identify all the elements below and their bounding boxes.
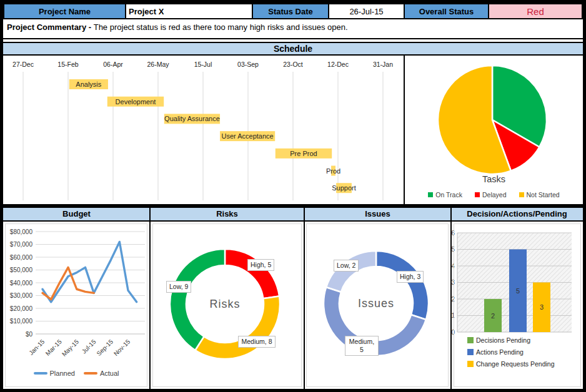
issues-high-label: High, 3 [397, 271, 424, 283]
legend-item-delayed[interactable]: Delayed [475, 191, 507, 198]
svg-text:15-Jul: 15-Jul [194, 61, 212, 68]
schedule-gantt-chart[interactable]: 27-Dec15-Feb06-Apr26-May15-Jul03-Sep23-O… [3, 56, 405, 204]
svg-text:26-May: 26-May [147, 61, 169, 68]
svg-text:Pre Prod: Pre Prod [290, 150, 317, 157]
legend-item-on-track[interactable]: On Track [428, 191, 462, 198]
risks-section-header: Risks [150, 208, 304, 220]
project-name-label: Project Name [4, 4, 126, 18]
svg-text:Support: Support [332, 184, 356, 192]
gantt-svg: 27-Dec15-Feb06-Apr26-May15-Jul03-Sep23-O… [3, 56, 404, 204]
project-name-value[interactable]: Project X [126, 4, 253, 18]
vertical-divider [450, 208, 452, 389]
svg-text:Development: Development [116, 98, 156, 105]
issues-medium-label: Medium, 5 [345, 336, 379, 356]
header-row: Project Name Project X Status Date 26-Ju… [3, 3, 583, 19]
svg-text:03-Sep: 03-Sep [237, 61, 259, 68]
svg-text:User Acceptance: User Acceptance [222, 132, 274, 140]
vertical-divider [304, 208, 305, 389]
svg-text:Prod: Prod [326, 167, 340, 175]
vertical-divider [149, 208, 151, 389]
svg-text:31-Jan: 31-Jan [373, 61, 393, 68]
legend-item-not-started[interactable]: Not Started [519, 191, 560, 198]
actions-chart-border [454, 223, 581, 387]
schedule-section-header: Schedule [3, 42, 583, 56]
issues-section-header: Issues [304, 208, 451, 220]
commentary-row[interactable]: Project Commentary - The project status … [3, 19, 583, 39]
risks-high-label: High, 5 [247, 259, 274, 271]
svg-text:12-Dec: 12-Dec [327, 61, 349, 68]
risks-low-label: Low, 9 [166, 281, 191, 293]
not-started-swatch-icon [519, 192, 524, 197]
risks-chart-border [152, 223, 302, 387]
tasks-pie-legend: On Track Delayed Not Started [405, 191, 583, 198]
issues-chart-border [306, 223, 449, 387]
status-date-value[interactable]: 26-Jul-15 [329, 4, 405, 18]
svg-text:Analysis: Analysis [76, 81, 101, 88]
risks-medium-label: Medium, 8 [238, 336, 276, 348]
svg-text:15-Feb: 15-Feb [57, 61, 78, 68]
issues-low-label: Low, 2 [334, 260, 359, 272]
tasks-pie-title: Tasks [405, 174, 583, 184]
decisions-section-header: Decision/Actions/Pending [451, 208, 583, 220]
budget-chart-border [5, 223, 147, 387]
svg-text:23-Oct: 23-Oct [283, 61, 303, 68]
svg-text:27-Dec: 27-Dec [12, 61, 34, 68]
overall-status-label: Overall Status [405, 4, 489, 18]
budget-section-header: Budget [3, 208, 150, 220]
overall-status-badge[interactable]: Red [489, 4, 582, 18]
svg-text:06-Apr: 06-Apr [103, 61, 123, 68]
project-status-dashboard: Project Name Project X Status Date 26-Ju… [0, 0, 586, 392]
commentary-text: The project status is red as there too m… [94, 22, 348, 32]
bottom-section-headers: Budget Risks Issues Decision/Actions/Pen… [3, 208, 583, 222]
svg-text:Quality Assurance: Quality Assurance [164, 115, 220, 122]
on-track-swatch-icon [428, 192, 433, 197]
commentary-label: Project Commentary - [7, 22, 94, 32]
delayed-swatch-icon [475, 192, 480, 197]
status-date-label: Status Date [253, 4, 329, 18]
